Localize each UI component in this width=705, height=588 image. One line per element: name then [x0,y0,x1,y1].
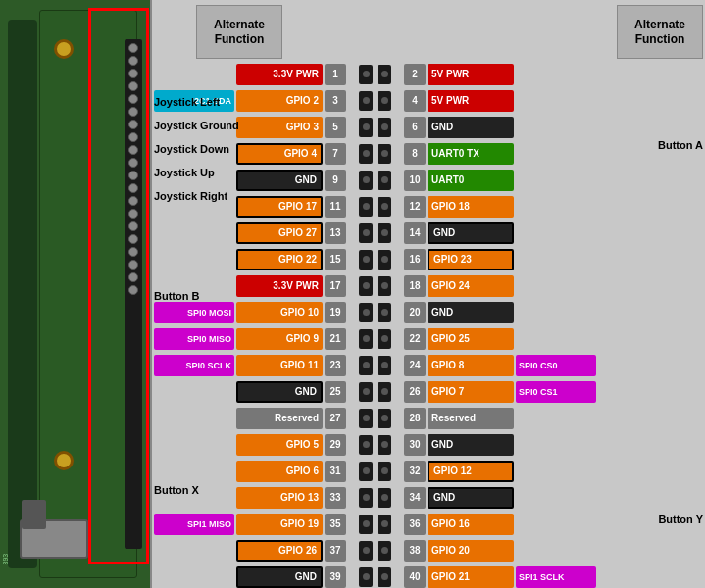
right-pin-num: 40 [404,566,426,588]
left-alt-func-header: Alternate Function [196,5,282,59]
button-a-label: Button A [658,139,703,151]
left-pin-num: 21 [325,328,346,350]
right-alt-func: SPI0 CS0 [516,355,596,376]
right-pin-num: 16 [404,249,426,270]
left-pin-num: 19 [325,302,346,323]
right-pin-name: GPIO 16 [428,514,514,535]
left-pin-num: 23 [325,355,346,376]
center-connector [348,462,402,481]
right-alt-func [516,514,596,535]
right-alt-func [516,143,596,165]
center-connector [348,303,402,322]
gpio-row: GND 9 10 UART0 [152,167,705,193]
button-b-label: Button B [154,290,199,302]
right-pin-name: GPIO 7 [428,381,514,403]
center-connector [348,356,402,375]
center-connector [348,276,402,296]
right-alt-func [516,461,596,482]
right-alt-func [516,408,596,429]
gpio-row: SPI0 MOSI GPIO 10 19 20 GND [152,299,705,325]
left-pin-name: GPIO 10 [236,302,323,323]
right-pin-name: GPIO 24 [428,275,514,297]
left-pin-name: GPIO 27 [236,222,323,244]
right-alt-func [516,222,596,244]
right-pin-name: UART0 [428,170,514,191]
right-pin-num: 20 [404,302,426,323]
gpio-row: GPIO 17 11 12 GPIO 18 [152,193,705,220]
gpio-diagram: Alternate Function Alternate Function 3.… [152,0,705,588]
left-alt-func [154,566,234,588]
left-pin-name: GPIO 17 [236,196,323,218]
right-pin-name: 5V PWR [428,64,514,85]
joystick-left-label: Joystick Left [154,96,220,108]
left-alt-func: SPI1 MISO [154,514,234,535]
right-alt-func [516,434,596,456]
left-pin-name: GPIO 2 [236,90,323,112]
right-pin-num: 8 [404,143,426,165]
gpio-row: I2C1 SDA GPIO 2 3 4 5V PWR [152,87,705,114]
left-pin-num: 25 [325,381,346,403]
left-alt-func: SPI0 MOSI [154,302,234,323]
right-pin-name: GND [428,222,514,244]
right-pin-num: 6 [404,117,426,138]
center-connector [348,91,402,111]
left-pin-num: 7 [325,143,346,165]
right-pin-name: GPIO 12 [428,461,514,482]
center-connector [348,197,402,217]
left-pin-name: 3.3V PWR [236,64,323,85]
left-alt-func [154,540,234,562]
right-pin-num: 30 [404,434,426,456]
center-connector [348,409,402,428]
right-pin-name: GPIO 25 [428,328,514,350]
right-alt-func [516,275,596,297]
left-pin-name: GND [236,170,323,191]
right-pin-num: 22 [404,328,426,350]
left-pin-name: GND [236,566,323,588]
right-pin-name: GPIO 18 [428,196,514,218]
right-alt-func [516,249,596,270]
gpio-row: GPIO 6 31 32 GPIO 12 [152,458,705,484]
gpio-row: SPI0 MISO GPIO 9 21 22 GPIO 25 [152,325,705,352]
gpio-row: Reserved 27 28 Reserved [152,405,705,431]
center-connector [348,514,402,534]
joystick-up-label: Joystick Up [154,167,215,178]
left-alt-func [154,249,234,270]
left-alt-func [154,434,234,456]
right-alt-func: SPI0 CS1 [516,381,596,403]
left-pin-num: 29 [325,434,346,456]
center-connector [348,488,402,508]
right-pin-name: GPIO 23 [428,249,514,270]
gpio-row: GND 39 40 GPIO 21 SPI1 SCLK [152,564,705,588]
left-pin-num: 27 [325,408,346,429]
gpio-row: GPIO 27 13 14 GND [152,220,705,246]
left-pin-name: Reserved [236,408,323,429]
right-alt-func: SPI1 SCLK [516,566,596,588]
gpio-row: GPIO 26 37 38 GPIO 20 [152,537,705,564]
right-alt-func [516,328,596,350]
right-alt-func [516,302,596,323]
gpio-row: GPIO 4 7 8 UART0 TX [152,140,705,167]
joystick-down-label: Joystick Down [154,143,229,155]
left-pin-num: 35 [325,514,346,535]
gpio-row: 3.3V PWR 1 2 5V PWR [152,61,705,87]
right-pin-name: GND [428,434,514,456]
right-pin-num: 38 [404,540,426,562]
left-pin-num: 11 [325,196,346,218]
left-alt-func: SPI0 MISO [154,328,234,350]
left-pin-num: 15 [325,249,346,270]
left-pin-name: GPIO 9 [236,328,323,350]
left-pin-num: 17 [325,275,346,297]
right-pin-num: 2 [404,64,426,85]
right-alt-func-header: Alternate Function [617,5,703,59]
right-pin-name: GPIO 21 [428,566,514,588]
right-pin-num: 4 [404,90,426,112]
gpio-row: SPI0 SCLK GPIO 11 23 24 GPIO 8 SPI0 CS0 [152,352,705,378]
center-connector [348,435,402,455]
right-pin-num: 34 [404,487,426,509]
right-pin-num: 18 [404,275,426,297]
right-pin-num: 12 [404,196,426,218]
left-pin-name: GPIO 3 [236,117,323,138]
joystick-right-label: Joystick Right [154,190,227,202]
left-alt-func: SPI0 SCLK [154,355,234,376]
right-pin-name: GND [428,302,514,323]
